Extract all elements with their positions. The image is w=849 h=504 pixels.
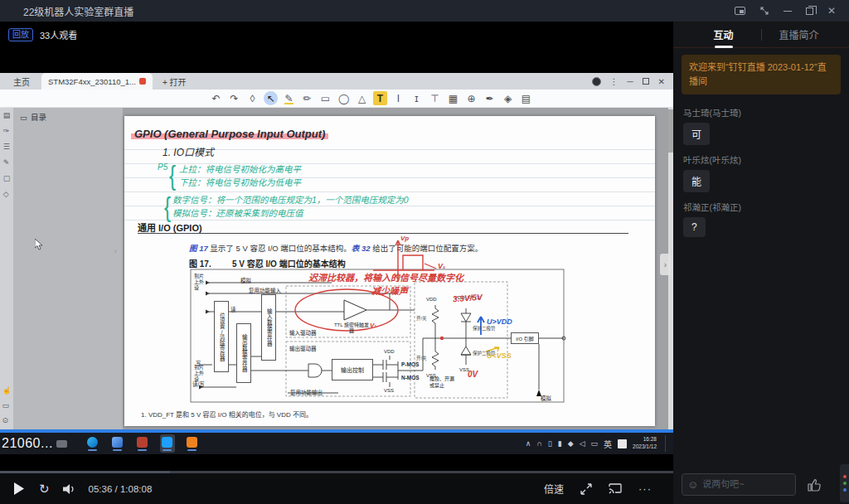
account-avatar[interactable] — [592, 77, 601, 86]
picture-in-picture-icon[interactable] — [735, 7, 745, 15]
tag-icon[interactable]: ◇ — [3, 190, 11, 198]
pen2-tool-icon[interactable]: ✏ — [300, 91, 314, 105]
pointer-tool-icon[interactable]: ↖ — [264, 91, 278, 105]
redo-icon[interactable]: ↷ — [227, 91, 241, 105]
reading-mode-icon[interactable]: ▤ — [3, 111, 11, 119]
reader-app-icon — [137, 437, 148, 448]
rectangle-tool-icon[interactable]: ▭ — [318, 91, 332, 105]
output-control-box: 输出控制 — [332, 359, 373, 380]
emoji-icon[interactable]: ☺ — [687, 478, 698, 491]
outline-list-icon[interactable]: ☰ — [3, 143, 11, 151]
red-vt-label: V₁ — [370, 322, 376, 329]
label-vss-mos: VSS — [384, 388, 394, 393]
page-export-icon[interactable]: ▢ — [3, 174, 11, 182]
text-small-tool-icon[interactable]: ɪ — [410, 91, 424, 105]
tab-live-intro[interactable]: 直播简介 — [762, 27, 837, 41]
like-thumbs-up-icon[interactable] — [806, 476, 822, 492]
next-page-handle[interactable]: › — [660, 254, 671, 275]
signature-tool-icon[interactable]: ✒ — [483, 91, 497, 105]
running-indicator — [113, 449, 122, 451]
volume-button[interactable] — [63, 483, 77, 495]
stream-watermark: 21060... — [2, 436, 67, 451]
label-read: 读 — [230, 305, 236, 313]
message-bubble: ? — [683, 217, 706, 237]
text-highlight-tool-icon[interactable]: T — [373, 91, 387, 105]
replay-button[interactable]: ↻ — [39, 482, 50, 497]
clipboard-icon[interactable]: ▯ — [548, 439, 552, 448]
image-tool-icon[interactable]: ▦ — [446, 91, 460, 105]
playback-speed-button[interactable]: 倍速 — [544, 482, 564, 496]
notebook-tool-icon[interactable]: ▤ — [519, 91, 533, 105]
yellow-undervoltage-note: U<VSS — [487, 351, 512, 360]
dingtalk-tray-icon[interactable]: ◆ — [568, 439, 574, 448]
tray-expand-icon[interactable]: ∧ — [526, 439, 531, 448]
document-viewport[interactable]: GPIO (General Purpose Input Output) 1. I… — [123, 108, 673, 429]
tab-home[interactable]: 主页 — [13, 75, 30, 88]
app-close-icon[interactable]: ✕ — [658, 77, 665, 86]
edge-browser-icon — [87, 437, 98, 448]
app-maximize-icon[interactable] — [643, 78, 649, 85]
message-bubble: 能 — [683, 170, 710, 192]
toc-label: 目录 — [31, 111, 46, 123]
quill-icon[interactable]: ✑ — [3, 127, 11, 135]
office-app-icon — [187, 437, 197, 448]
tab-open-file[interactable]: + 打开 — [163, 75, 187, 88]
video-player-area[interactable]: 回放 33人观看 主页 STM32F4xx_230110_1... + 打开 ⋮… — [0, 22, 673, 471]
phone-link-icon[interactable]: ▮ — [558, 439, 562, 448]
web-link-tool-icon[interactable]: ⊕ — [464, 91, 478, 105]
chat-message-list[interactable]: 马士琦(马士琦) 可 叶乐炫(叶乐炫) 能 祁瀚正(祁瀚正) ? — [673, 94, 849, 464]
chat-tabs: 互动 直播简介 — [673, 22, 849, 48]
chat-input-box[interactable]: ☺ — [682, 473, 796, 496]
reaction-panel-edge[interactable] — [840, 464, 849, 502]
dingtalk-app-icon — [162, 437, 172, 448]
polygon-tool-icon[interactable]: △ — [355, 91, 369, 105]
board-view-icon[interactable]: ▭ — [2, 401, 11, 410]
close-icon[interactable]: ✕ — [827, 7, 836, 15]
minimize-icon[interactable] — [784, 11, 792, 12]
show-desktop-button[interactable] — [665, 435, 668, 452]
red-zero-volt-note: 0V — [468, 370, 478, 379]
sender-name: 祁瀚正(祁瀚正) — [683, 201, 849, 213]
pen-tool-icon[interactable]: ✎ — [282, 91, 296, 105]
cast-screen-icon[interactable] — [609, 483, 622, 494]
more-options-button[interactable]: ··· — [638, 482, 652, 495]
app-minimize-icon[interactable]: ─ — [628, 77, 633, 86]
red-note-line2: 减少噪声 — [371, 284, 408, 297]
tab-interaction[interactable]: 互动 — [686, 27, 761, 41]
stamp-tool-icon[interactable]: ◈ — [501, 91, 515, 105]
shared-screen: 主页 STM32F4xx_230110_1... + 打开 ⋮ ─ ✕ ↶ — [0, 73, 673, 454]
red-vp-label: Vp — [400, 235, 409, 242]
fullscreen-icon[interactable] — [580, 483, 592, 495]
reaction-dot-blue — [843, 488, 847, 492]
sender-name: 叶乐炫(叶乐炫) — [683, 153, 849, 166]
battery-icon[interactable]: ▭ — [591, 439, 599, 448]
annotate-icon[interactable]: ✎ — [3, 158, 11, 167]
ime-icon[interactable] — [618, 439, 627, 448]
resize-window-icon[interactable] — [759, 6, 769, 16]
textbox-tool-icon[interactable]: ⊤ — [428, 91, 442, 105]
taskbar-clock[interactable]: 16:28 2023/1/12 — [633, 436, 657, 451]
ellipse-tool-icon[interactable]: ◯ — [337, 91, 351, 105]
chat-input[interactable] — [702, 479, 790, 489]
files-app-icon — [112, 437, 123, 448]
hand-tool-icon[interactable]: ☝ — [2, 386, 11, 395]
speaker-tray-icon[interactable]: ◁ — [580, 439, 585, 448]
text-cursor-tool-icon[interactable]: I — [391, 91, 405, 105]
ime-language-indicator[interactable]: 英 — [604, 438, 612, 450]
toc-collapse-handle[interactable]: ‹ — [114, 247, 117, 255]
label-vdd-rail: VDD — [426, 297, 437, 302]
chat-input-row: ☺ — [673, 464, 849, 504]
undo-icon[interactable]: ↶ — [209, 91, 223, 105]
label-ttl-schmitt: TTL 施密特触发器 — [332, 322, 371, 334]
shape-eraser-icon[interactable]: ◊ — [245, 91, 260, 105]
tab-document[interactable]: STM32F4xx_230110_1... — [41, 73, 153, 90]
headset-icon[interactable]: ∩ — [536, 439, 541, 448]
play-button[interactable] — [13, 482, 24, 495]
app-menu-icon[interactable]: ⋮ — [610, 77, 619, 86]
more-tools-icon[interactable]: ⊙ — [2, 416, 11, 424]
bit-set-reset-register-box: 位设置/清除寄存器 — [214, 301, 229, 372]
chat-message: 叶乐炫(叶乐炫) 能 — [673, 153, 849, 192]
maximize-icon[interactable] — [806, 7, 813, 15]
label-onoff-2: 开/关 — [416, 355, 427, 361]
label-analog-2: 模拟 — [541, 394, 551, 402]
